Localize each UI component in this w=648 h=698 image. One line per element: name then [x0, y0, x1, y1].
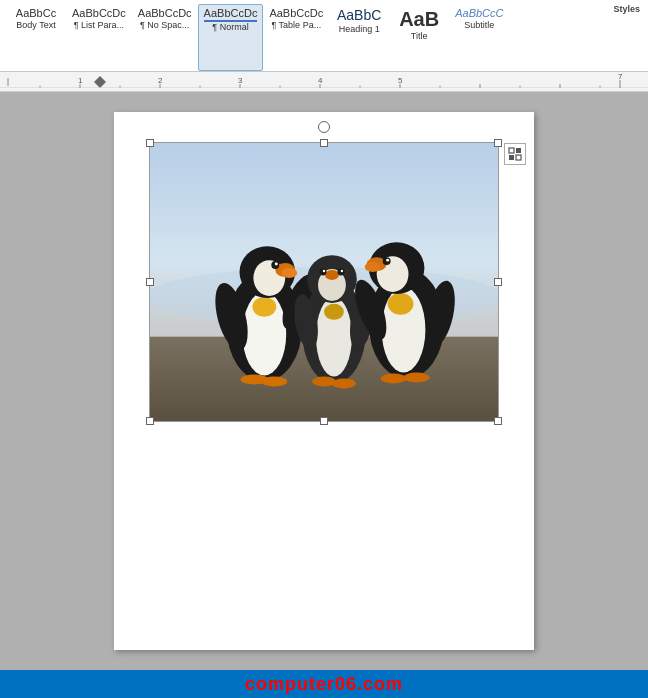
svg-point-37	[281, 268, 297, 278]
svg-point-56	[312, 376, 336, 386]
style-item-body-text[interactable]: AaBbCc Body Text	[6, 4, 66, 71]
image-container[interactable]	[149, 142, 499, 422]
svg-rect-25	[516, 148, 521, 153]
style-preview-body-text: AaBbCc	[16, 7, 56, 20]
svg-point-57	[332, 378, 356, 388]
svg-point-43	[261, 376, 287, 386]
style-label-body-text: Body Text	[16, 21, 55, 31]
style-label-subtitle: Subtitle	[464, 21, 494, 31]
layout-options-button[interactable]	[504, 143, 526, 165]
handle-middle-right[interactable]	[494, 278, 502, 286]
ruler-svg: 1 2 3 4 5 7	[0, 72, 648, 88]
style-item-list-para[interactable]: AaBbCcDc ¶ List Para...	[66, 4, 132, 71]
svg-point-60	[388, 293, 414, 315]
style-label-normal: ¶ Normal	[212, 23, 248, 33]
style-label-heading1: Heading 1	[339, 25, 380, 35]
styles-ribbon: Styles AaBbCc Body Text AaBbCcDc ¶ List …	[0, 0, 648, 72]
watermark-bar: computer06.com	[0, 670, 648, 698]
svg-text:3: 3	[238, 76, 243, 85]
style-label-no-spacing: ¶ No Spac...	[140, 21, 189, 31]
style-label-table-para: ¶ Table Pa...	[271, 21, 321, 31]
handle-top-middle[interactable]	[320, 139, 328, 147]
style-preview-heading1: AaBbC	[337, 7, 381, 24]
watermark-text: computer06.com	[245, 674, 403, 695]
style-preview-normal: AaBbCcDc	[204, 7, 258, 22]
penguin-image	[150, 143, 498, 421]
styles-panel-label: Styles	[613, 4, 640, 14]
style-preview-table-para: AaBbCcDc	[269, 7, 323, 20]
handle-bottom-middle[interactable]	[320, 417, 328, 425]
svg-point-49	[325, 270, 339, 280]
style-preview-title: AaB	[399, 7, 439, 31]
rotate-handle[interactable]	[318, 121, 330, 133]
style-label-title: Title	[411, 32, 428, 42]
svg-point-33	[252, 297, 276, 317]
style-preview-list-para: AaBbCcDc	[72, 7, 126, 20]
svg-rect-27	[516, 155, 521, 160]
layout-options-icon	[508, 147, 522, 161]
style-item-no-spacing[interactable]: AaBbCcDc ¶ No Spac...	[132, 4, 198, 71]
svg-point-46	[324, 304, 344, 320]
svg-point-69	[381, 373, 407, 383]
svg-point-66	[386, 259, 389, 262]
style-item-table-para[interactable]: AaBbCcDc ¶ Table Pa...	[263, 4, 329, 71]
style-item-normal[interactable]: AaBbCcDc ¶ Normal	[198, 4, 264, 71]
svg-point-64	[365, 262, 381, 272]
style-label-list-para: ¶ List Para...	[74, 21, 124, 31]
svg-point-50	[320, 269, 327, 276]
indent-marker-bottom	[94, 82, 106, 88]
svg-rect-24	[509, 148, 514, 153]
svg-point-39	[275, 263, 278, 266]
handle-bottom-right[interactable]	[494, 417, 502, 425]
document-area	[0, 92, 648, 670]
svg-text:1: 1	[78, 76, 83, 85]
handle-top-right[interactable]	[494, 139, 502, 147]
page	[114, 112, 534, 650]
style-preview-subtitle: AaBbCcC	[455, 7, 503, 20]
style-item-title[interactable]: AaB Title	[389, 4, 449, 71]
svg-point-70	[404, 372, 430, 382]
svg-text:7: 7	[618, 72, 623, 81]
handle-middle-left[interactable]	[146, 278, 154, 286]
svg-point-52	[337, 269, 344, 276]
style-item-subtitle[interactable]: AaBbCcC Subtitle	[449, 4, 509, 71]
svg-text:5: 5	[398, 76, 403, 85]
ruler: 1 2 3 4 5 7	[0, 72, 648, 92]
style-item-heading1[interactable]: AaBbC Heading 1	[329, 4, 389, 71]
indent-marker-top	[94, 76, 106, 82]
svg-point-51	[323, 270, 325, 272]
svg-point-53	[341, 270, 343, 272]
handle-bottom-left[interactable]	[146, 417, 154, 425]
handle-top-left[interactable]	[146, 139, 154, 147]
svg-text:2: 2	[158, 76, 163, 85]
svg-rect-26	[509, 155, 514, 160]
svg-text:4: 4	[318, 76, 323, 85]
style-preview-no-spacing: AaBbCcDc	[138, 7, 192, 20]
